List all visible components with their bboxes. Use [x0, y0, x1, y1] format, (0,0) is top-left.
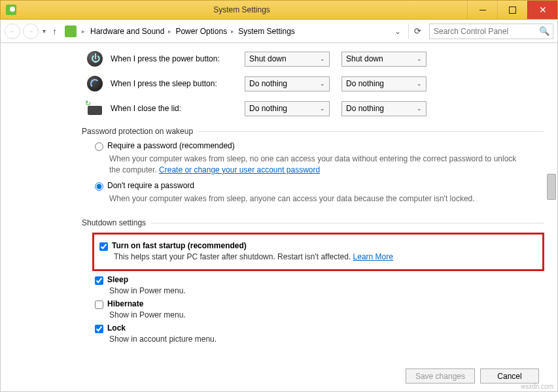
sleep-input[interactable] — [95, 276, 103, 285]
content-area: When I press the power button: Shut down… — [0, 43, 558, 392]
navbar: ← → ▾ ↑ ▸ Hardware and Sound ▸ Power Opt… — [0, 20, 558, 43]
sleep-button-label: When I press the sleep button: — [111, 79, 238, 88]
minimize-button[interactable] — [467, 1, 497, 19]
require-password-desc: When your computer wakes from sleep, no … — [109, 154, 521, 176]
dropdown-value: Do nothing — [346, 79, 384, 88]
window-buttons: ✕ — [467, 1, 557, 19]
power-button-plugged-select[interactable]: Shut down ⌄ — [341, 52, 427, 67]
save-changes-button[interactable]: Save changes — [406, 368, 475, 384]
search-icon[interactable]: 🔍 — [539, 26, 549, 36]
breadcrumb-root-icon[interactable] — [65, 25, 77, 37]
dont-require-password-radio[interactable]: Don't require a password — [95, 181, 544, 191]
forward-button[interactable]: → — [23, 24, 39, 39]
power-button-row: When I press the power button: Shut down… — [86, 50, 544, 68]
sleep-label: Sleep — [107, 275, 128, 284]
breadcrumb-item[interactable]: Power Options — [173, 25, 230, 37]
fast-startup-input[interactable] — [99, 242, 108, 251]
dropdown-value: Shut down — [346, 54, 383, 63]
chevron-down-icon: ⌄ — [417, 80, 422, 87]
hibernate-desc: Show in Power menu. — [109, 310, 544, 319]
lock-label: Lock — [107, 323, 126, 333]
window-title: System Settings — [16, 5, 467, 14]
hibernate-label: Hibernate — [107, 299, 143, 308]
chevron-down-icon: ⌄ — [320, 80, 325, 87]
scrollbar-thumb[interactable] — [547, 174, 556, 200]
dropdown-value: Shut down — [249, 54, 287, 63]
history-chevron-icon[interactable]: ▾ — [41, 27, 47, 35]
lock-input[interactable] — [95, 325, 103, 333]
fast-startup-label: Turn on fast startup (recommended) — [112, 241, 247, 250]
sleep-button-battery-select[interactable]: Do nothing ⌄ — [245, 76, 330, 91]
chevron-down-icon: ⌄ — [320, 56, 325, 62]
hibernate-input[interactable] — [95, 301, 103, 309]
change-password-link[interactable]: Create or change your user account passw… — [159, 165, 320, 174]
chevron-down-icon: ⌄ — [417, 56, 422, 62]
fast-startup-highlight: Turn on fast startup (recommended) This … — [92, 233, 544, 271]
up-button[interactable]: ↑ — [50, 26, 60, 37]
search-wrap: 🔍 — [429, 24, 553, 39]
lid-battery-select[interactable]: Do nothing ⌄ — [245, 101, 330, 116]
titlebar: System Settings ✕ — [0, 0, 558, 20]
cancel-button[interactable]: Cancel — [480, 368, 539, 384]
chevron-down-icon: ⌄ — [417, 105, 422, 112]
breadcrumb-item[interactable]: System Settings — [235, 25, 298, 37]
learn-more-link[interactable]: Learn More — [353, 252, 393, 261]
fast-startup-checkbox[interactable]: Turn on fast startup (recommended) — [99, 241, 537, 251]
shutdown-section-header: Shutdown settings — [82, 218, 544, 227]
chevron-right-icon: ▸ — [82, 28, 85, 35]
chevron-down-icon: ⌄ — [320, 105, 325, 112]
maximize-button[interactable] — [497, 1, 527, 19]
lock-checkbox[interactable]: Lock — [95, 323, 544, 333]
sleep-icon — [86, 74, 104, 93]
sleep-checkbox[interactable]: Sleep — [95, 275, 544, 285]
breadcrumb: Hardware and Sound ▸ Power Options ▸ Sys… — [88, 25, 403, 37]
refresh-button[interactable]: ⟳ — [408, 24, 427, 39]
dont-require-password-label: Don't require a password — [107, 181, 194, 190]
chevron-right-icon: ▸ — [168, 28, 171, 35]
close-button[interactable]: ✕ — [527, 1, 557, 19]
sleep-desc: Show in Power menu. — [109, 286, 544, 295]
require-password-input[interactable] — [95, 142, 103, 151]
sleep-button-row: When I press the sleep button: Do nothin… — [86, 74, 544, 93]
lock-desc: Show in account picture menu. — [109, 335, 544, 344]
password-section-header: Password protection on wakeup — [82, 127, 544, 136]
lid-plugged-select[interactable]: Do nothing ⌄ — [341, 101, 427, 116]
watermark: wsxdn.com — [521, 383, 553, 390]
lid-row: When I close the lid: Do nothing ⌄ Do no… — [86, 99, 544, 118]
search-input[interactable] — [429, 24, 553, 39]
chevron-right-icon: ▸ — [231, 28, 234, 35]
hibernate-checkbox[interactable]: Hibernate — [95, 299, 544, 309]
dropdown-value: Do nothing — [249, 79, 287, 88]
app-icon — [6, 5, 16, 15]
lid-icon — [86, 99, 104, 118]
power-icon — [86, 50, 104, 68]
power-button-label: When I press the power button: — [111, 54, 238, 63]
power-button-battery-select[interactable]: Shut down ⌄ — [245, 52, 330, 67]
dropdown-value: Do nothing — [249, 104, 287, 113]
require-password-radio[interactable]: Require a password (recommended) — [95, 141, 544, 151]
dropdown-value: Do nothing — [346, 104, 384, 113]
dont-require-password-desc: When your computer wakes from sleep, any… — [109, 193, 521, 204]
back-button[interactable]: ← — [5, 24, 20, 39]
footer-buttons: Save changes Cancel — [406, 368, 539, 384]
fast-startup-desc: This helps start your PC faster after sh… — [114, 252, 537, 261]
breadcrumb-item[interactable]: Hardware and Sound — [88, 25, 167, 37]
require-password-label: Require a password (recommended) — [107, 141, 235, 150]
chevron-down-icon[interactable]: ⌄ — [392, 27, 403, 36]
dont-require-password-input[interactable] — [95, 182, 103, 191]
lid-label: When I close the lid: — [111, 104, 238, 113]
sleep-button-plugged-select[interactable]: Do nothing ⌄ — [341, 76, 427, 91]
